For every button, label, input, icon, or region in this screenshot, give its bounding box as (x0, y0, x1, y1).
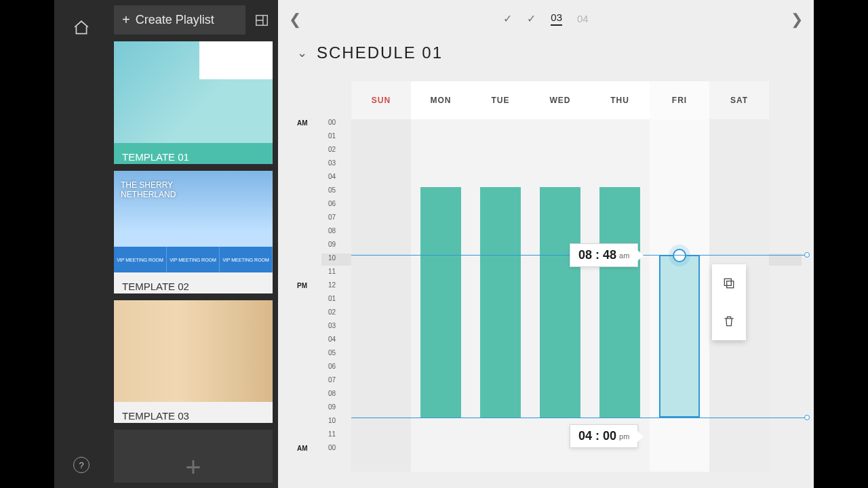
meridiem-label: PM (297, 282, 307, 289)
meridiem-label: AM (297, 119, 308, 127)
schedule-block[interactable] (540, 187, 580, 418)
hour-label: 11 (328, 268, 336, 275)
schedule-block[interactable] (599, 187, 640, 418)
hour-label: 08 (328, 390, 336, 397)
hour-label: 09 (328, 403, 336, 411)
hour-label: 12 (328, 281, 336, 289)
template-badge: SPORTS CLUB (233, 47, 266, 64)
step-prev-button[interactable]: ❮ (289, 11, 301, 28)
template-thumb (114, 300, 273, 402)
step-bar: ❮ ✓ ✓ 03 04 ❯ (278, 0, 814, 37)
day-header-fri[interactable]: FRI (650, 81, 709, 119)
day-header-mon[interactable]: MON (411, 81, 471, 119)
day-header-tue[interactable]: TUE (471, 81, 530, 119)
hour-label: 01 (328, 132, 336, 140)
guide-endpoint[interactable] (804, 415, 810, 420)
guide-endpoint[interactable] (804, 252, 810, 258)
hour-label: 10 (328, 254, 336, 262)
hour-label: 02 (328, 308, 336, 316)
day-column-wed[interactable] (530, 119, 590, 472)
copy-block-button[interactable] (712, 264, 746, 302)
step-03[interactable]: 03 (551, 12, 562, 26)
template-card-2[interactable]: THE SHERRY NETHERLAND VIP MEETING ROOM V… (114, 171, 273, 293)
hour-label: 00 (328, 119, 336, 126)
layout-grid-icon[interactable] (251, 9, 273, 31)
add-template-button[interactable]: + (114, 430, 273, 483)
step-done-check-icon: ✓ (503, 12, 512, 25)
hour-label: 07 (328, 376, 336, 384)
hour-label: 03 (328, 322, 336, 329)
meridiem-label: AM (297, 445, 308, 452)
resize-handle-top[interactable] (673, 249, 686, 262)
svg-rect-1 (727, 281, 734, 288)
help-icon[interactable]: ? (73, 457, 90, 473)
schedule-main: ❮ ✓ ✓ 03 04 ❯ ⌄ SCHEDULE 01 SUNMONTUEWED… (278, 0, 814, 488)
home-icon[interactable] (54, 0, 108, 41)
nav-rail: ? (54, 0, 108, 488)
hour-label: 04 (328, 336, 336, 343)
day-header-sat[interactable]: SAT (709, 81, 769, 119)
day-column-tue[interactable] (471, 119, 530, 472)
hour-label: 05 (328, 349, 336, 357)
day-column-sun[interactable] (351, 119, 411, 472)
step-done-check-icon: ✓ (527, 12, 536, 25)
hour-label: 06 (328, 200, 336, 207)
step-04[interactable]: 04 (577, 13, 589, 24)
hour-label: 06 (328, 363, 336, 370)
day-header-wed[interactable]: WED (530, 81, 590, 119)
collapse-chevron-icon[interactable]: ⌄ (297, 45, 307, 60)
hour-label: 10 (328, 417, 336, 424)
template-label: TEMPLATE 01 (114, 143, 273, 164)
schedule-block[interactable] (420, 187, 461, 418)
hour-label: 00 (328, 444, 336, 451)
hour-label: 07 (328, 214, 336, 221)
template-thumb: THE SHERRY NETHERLAND VIP MEETING ROOM V… (114, 171, 273, 272)
day-header-thu[interactable]: THU (590, 81, 650, 119)
schedule-title: SCHEDULE 01 (317, 43, 443, 62)
schedule-grid[interactable]: SUNMONTUEWEDTHUFRISATAMPMAM0001020304050… (297, 81, 802, 488)
block-action-panel (712, 264, 746, 340)
template-label: TEMPLATE 03 (114, 402, 273, 423)
hour-label: 08 (328, 227, 336, 235)
template-caption: THE SHERRY NETHERLAND (121, 180, 176, 200)
svg-rect-2 (724, 279, 731, 285)
hour-label: 04 (328, 173, 336, 180)
time-bubble-start[interactable]: 08 : 48am (570, 243, 638, 267)
day-column-mon[interactable] (411, 119, 471, 472)
step-next-button[interactable]: ❯ (791, 11, 803, 28)
time-bubble-end[interactable]: 04 : 00pm (570, 424, 638, 448)
guide-line (351, 418, 810, 418)
hour-label: 03 (328, 159, 336, 167)
hour-label: 11 (328, 430, 336, 438)
plus-icon: + (122, 12, 130, 28)
create-playlist-label: Create Playlist (136, 13, 214, 27)
template-thumb: SPORTS CLUB (114, 41, 273, 143)
hour-label: 05 (328, 186, 336, 194)
day-column-thu[interactable] (590, 119, 650, 472)
new-schedule-block[interactable] (659, 255, 700, 418)
hour-label: 09 (328, 241, 336, 248)
playlist-sidebar: + Create Playlist SPORTS CLUB TEMPLATE 0… (108, 0, 278, 488)
day-header-sun[interactable]: SUN (351, 81, 411, 119)
schedule-block[interactable] (480, 187, 521, 418)
create-playlist-button[interactable]: + Create Playlist (114, 5, 245, 35)
hour-label: 01 (328, 295, 336, 302)
hour-label: 02 (328, 146, 336, 153)
template-card-1[interactable]: SPORTS CLUB TEMPLATE 01 (114, 41, 273, 164)
template-card-3[interactable]: TEMPLATE 03 (114, 300, 273, 423)
delete-block-button[interactable] (712, 302, 746, 340)
template-label: TEMPLATE 02 (114, 272, 273, 293)
